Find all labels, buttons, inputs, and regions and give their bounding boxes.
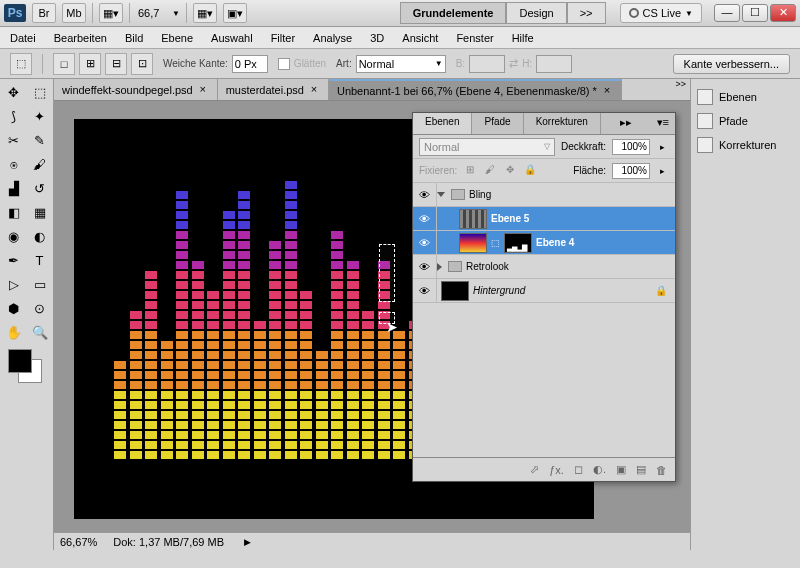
doc-tab-1[interactable]: musterdatei.psd×	[218, 79, 329, 100]
visibility-toggle[interactable]: 👁	[413, 183, 437, 206]
menu-auswahl[interactable]: Auswahl	[211, 32, 253, 44]
eraser-tool[interactable]: ◧	[2, 201, 26, 223]
workspace-tab-design[interactable]: Design	[506, 2, 566, 24]
tab-overflow[interactable]: >>	[671, 79, 690, 100]
arrange-button[interactable]: ▦▾	[193, 3, 217, 23]
bridge-button[interactable]: Br	[32, 3, 56, 23]
close-button[interactable]: ✕	[770, 4, 796, 22]
lock-position[interactable]: ✥	[503, 164, 517, 178]
dock-pfade[interactable]: Pfade	[695, 109, 796, 133]
color-swatches[interactable]	[8, 349, 48, 387]
view-mode-button[interactable]: ▦▾	[99, 3, 123, 23]
expand-icon[interactable]	[437, 263, 442, 271]
fill-slider[interactable]: ▸	[656, 166, 669, 176]
panel-tab-pfade[interactable]: Pfade	[472, 113, 523, 134]
lock-pixels[interactable]: 🖌	[483, 164, 497, 178]
selection-new[interactable]: □	[53, 53, 75, 75]
layer-name[interactable]: Bling	[469, 189, 675, 200]
layer-ebene4[interactable]: 👁 ⬚ ▃▅▂▇ Ebene 4	[413, 231, 675, 255]
feather-input[interactable]	[232, 55, 268, 73]
layer-thumb[interactable]	[459, 233, 487, 253]
minimize-button[interactable]: —	[714, 4, 740, 22]
opacity-slider[interactable]: ▸	[656, 142, 669, 152]
history-brush-tool[interactable]: ↺	[28, 177, 52, 199]
layer-group-retrolook[interactable]: 👁 Retrolook	[413, 255, 675, 279]
healing-tool[interactable]: ⍟	[2, 153, 26, 175]
stamp-tool[interactable]: ▟	[2, 177, 26, 199]
link-layers-button[interactable]: ⬀	[530, 463, 539, 476]
zoom-tool[interactable]: 🔍	[28, 321, 52, 343]
layer-hintergrund[interactable]: 👁 Hintergrund 🔒	[413, 279, 675, 303]
maximize-button[interactable]: ☐	[742, 4, 768, 22]
visibility-toggle[interactable]: 👁	[413, 255, 437, 278]
doc-tab-2[interactable]: Unbenannt-1 bei 66,7% (Ebene 4, Ebenenma…	[329, 79, 622, 100]
doc-tab-0[interactable]: windeffekt-soundpegel.psd×	[54, 79, 218, 100]
selection-add[interactable]: ⊞	[79, 53, 101, 75]
fx-button[interactable]: ƒx.	[549, 464, 564, 476]
gradient-tool[interactable]: ▦	[28, 201, 52, 223]
layer-thumb[interactable]	[459, 209, 487, 229]
3d-camera-tool[interactable]: ⊙	[28, 297, 52, 319]
selection-intersect[interactable]: ⊡	[131, 53, 153, 75]
menu-bearbeiten[interactable]: Bearbeiten	[54, 32, 107, 44]
screen-mode-button[interactable]: ▣▾	[223, 3, 247, 23]
dodge-tool[interactable]: ◐	[28, 225, 52, 247]
lock-transparency[interactable]: ⊞	[463, 164, 477, 178]
close-icon[interactable]: ×	[197, 84, 209, 96]
foreground-color[interactable]	[8, 349, 32, 373]
wand-tool[interactable]: ✦	[28, 105, 52, 127]
layer-name[interactable]: Retrolook	[466, 261, 675, 272]
minibridge-button[interactable]: Mb	[62, 3, 86, 23]
dock-ebenen[interactable]: Ebenen	[695, 85, 796, 109]
panel-collapse[interactable]: ▸▸	[614, 113, 638, 134]
blur-tool[interactable]: ◉	[2, 225, 26, 247]
menu-bild[interactable]: Bild	[125, 32, 143, 44]
menu-datei[interactable]: Datei	[10, 32, 36, 44]
mask-thumb[interactable]: ▃▅▂▇	[504, 233, 532, 253]
type-tool[interactable]: T	[28, 249, 52, 271]
layer-thumb[interactable]	[441, 281, 469, 301]
status-menu[interactable]: ▶	[240, 537, 255, 547]
menu-fenster[interactable]: Fenster	[456, 32, 493, 44]
mask-button[interactable]: ◻	[574, 463, 583, 476]
menu-filter[interactable]: Filter	[271, 32, 295, 44]
close-icon[interactable]: ×	[601, 85, 613, 97]
layer-group-bling[interactable]: 👁 Bling	[413, 183, 675, 207]
visibility-toggle[interactable]: 👁	[413, 231, 437, 254]
path-select-tool[interactable]: ▷	[2, 273, 26, 295]
layer-ebene5[interactable]: 👁 Ebene 5	[413, 207, 675, 231]
blend-mode-select[interactable]: Normal▽	[419, 138, 555, 156]
eyedropper-tool[interactable]: ✎	[28, 129, 52, 151]
tool-preset-marquee[interactable]: ⬚	[10, 53, 32, 75]
adjustment-button[interactable]: ◐.	[593, 463, 606, 476]
status-zoom[interactable]: 66,67%	[60, 536, 97, 548]
menu-ebene[interactable]: Ebene	[161, 32, 193, 44]
menu-3d[interactable]: 3D	[370, 32, 384, 44]
selection-subtract[interactable]: ⊟	[105, 53, 127, 75]
layer-name[interactable]: Ebene 5	[491, 213, 675, 224]
3d-tool[interactable]: ⬢	[2, 297, 26, 319]
workspace-more[interactable]: >>	[567, 2, 606, 24]
lock-all[interactable]: 🔒	[523, 164, 537, 178]
cslive-button[interactable]: CS Live ▼	[620, 3, 702, 23]
fill-input[interactable]	[612, 163, 650, 179]
shape-tool[interactable]: ▭	[28, 273, 52, 295]
zoom-value[interactable]: 66,7	[136, 7, 166, 19]
layer-name[interactable]: Hintergrund	[473, 285, 655, 296]
panel-tab-korrekturen[interactable]: Korrekturen	[524, 113, 601, 134]
panel-menu[interactable]: ▾≡	[651, 113, 675, 134]
visibility-toggle[interactable]: 👁	[413, 279, 437, 302]
crop-tool[interactable]: ✂	[2, 129, 26, 151]
refine-edge-button[interactable]: Kante verbessern...	[673, 54, 790, 74]
marquee-tool[interactable]: ⬚	[28, 81, 52, 103]
workspace-tab-grundelemente[interactable]: Grundelemente	[400, 2, 507, 24]
pen-tool[interactable]: ✒	[2, 249, 26, 271]
dock-korrekturen[interactable]: Korrekturen	[695, 133, 796, 157]
close-icon[interactable]: ×	[308, 84, 320, 96]
menu-ansicht[interactable]: Ansicht	[402, 32, 438, 44]
expand-icon[interactable]	[437, 192, 445, 197]
zoom-dropdown-icon[interactable]: ▼	[172, 9, 180, 18]
lasso-tool[interactable]: ⟆	[2, 105, 26, 127]
move-tool[interactable]: ✥	[2, 81, 26, 103]
hand-tool[interactable]: ✋	[2, 321, 26, 343]
